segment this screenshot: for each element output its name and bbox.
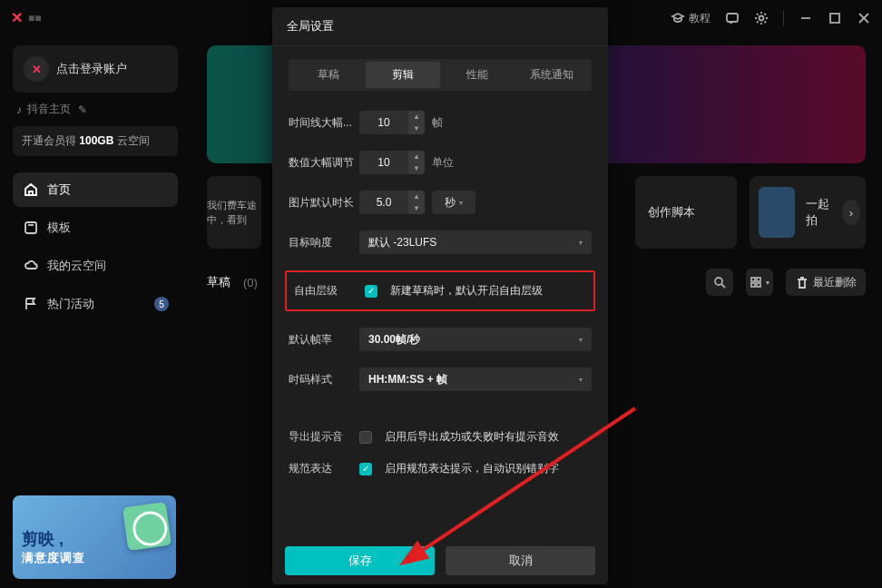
- spinner-up-icon[interactable]: ▲: [408, 111, 425, 122]
- nav-hot-label: 热门活动: [47, 296, 94, 312]
- value-jump-value: 10: [359, 156, 408, 169]
- value-jump-spinner[interactable]: 10 ▲▼: [359, 151, 425, 174]
- flag-icon: [24, 297, 38, 311]
- timecode-label: 时码样式: [289, 372, 359, 387]
- script-label: 创作脚本: [648, 204, 695, 220]
- login-box[interactable]: ✕ 点击登录账户: [13, 45, 178, 93]
- svg-rect-3: [25, 222, 36, 233]
- modal-title: 全局设置: [272, 7, 608, 46]
- value-jump-label: 数值大幅调节: [289, 155, 359, 171]
- modal-footer: 保存 取消: [272, 537, 608, 584]
- chevron-down-icon: ▾: [579, 239, 583, 247]
- tab-notify[interactable]: 系统通知: [514, 62, 589, 88]
- maximize-button[interactable]: [828, 11, 842, 25]
- script-card[interactable]: 创作脚本: [635, 176, 737, 249]
- spinner-down-icon[interactable]: ▼: [408, 162, 425, 174]
- view-toggle[interactable]: ▾: [746, 269, 773, 296]
- typo-checkbox[interactable]: ✓: [359, 463, 372, 475]
- svg-point-4: [715, 278, 722, 285]
- svg-point-1: [760, 16, 764, 21]
- grid-icon: [750, 276, 762, 289]
- svg-rect-8: [757, 283, 760, 287]
- image-duration-unit-select[interactable]: 秒▾: [432, 191, 475, 214]
- default-fps-label: 默认帧率: [289, 332, 359, 348]
- default-fps-dropdown[interactable]: 30.00帧/秒▾: [359, 328, 592, 351]
- chevron-down-icon: ▾: [579, 376, 583, 384]
- chevron-down-icon: ▾: [766, 279, 769, 287]
- svg-rect-2: [830, 14, 839, 23]
- timeline-jump-unit: 帧: [432, 115, 443, 131]
- value-jump-unit: 单位: [432, 155, 454, 171]
- close-button[interactable]: [857, 11, 871, 25]
- spinner-down-icon[interactable]: ▼: [408, 122, 425, 134]
- settings-button[interactable]: [754, 11, 769, 25]
- recent-delete-label: 最近删除: [813, 275, 857, 290]
- login-label: 点击登录账户: [56, 61, 127, 77]
- recent-delete-button[interactable]: 最近删除: [786, 269, 866, 296]
- music-note-icon: ♪: [16, 103, 22, 116]
- nav-home[interactable]: 首页: [13, 172, 178, 207]
- graduation-cap-icon: [671, 11, 685, 25]
- export-sound-checkbox[interactable]: [359, 431, 372, 444]
- timeline-jump-label: 时间线大幅...: [289, 115, 359, 131]
- template-icon: [24, 220, 38, 235]
- message-icon: [725, 11, 740, 25]
- cancel-button[interactable]: 取消: [446, 546, 595, 575]
- export-sound-label: 导出提示音: [289, 429, 359, 445]
- nav-cloud[interactable]: 我的云空间: [13, 249, 178, 283]
- tab-draft[interactable]: 草稿: [291, 62, 366, 88]
- tutorial-label: 教程: [689, 11, 710, 26]
- logo-icon: ✕: [24, 56, 49, 82]
- batch-shoot-card[interactable]: 一起拍 ›: [750, 176, 866, 249]
- typo-text: 启用规范表达提示，自动识别错别字: [385, 461, 559, 476]
- target-loudness-dropdown[interactable]: 默认 -23LUFS▾: [359, 230, 592, 254]
- trash-icon: [795, 276, 808, 289]
- freecar-card[interactable]: 我们费车途中，看到: [207, 176, 261, 249]
- nav-templates[interactable]: 模板: [13, 211, 178, 245]
- nav-hot-badge: 5: [154, 297, 169, 311]
- timeline-jump-spinner[interactable]: 10 ▲▼: [359, 111, 425, 134]
- default-fps-value: 30.00帧/秒: [368, 332, 420, 348]
- target-loudness-value: 默认 -23LUFS: [368, 235, 436, 250]
- edit-icon: ✎: [78, 103, 87, 116]
- spinner-down-icon[interactable]: ▼: [408, 202, 425, 214]
- thumbnail-icon: [759, 187, 795, 238]
- nav-home-label: 首页: [47, 181, 71, 198]
- svg-rect-6: [757, 278, 760, 281]
- timecode-dropdown[interactable]: HH:MM:SS + 帧▾: [359, 368, 592, 391]
- survey-card[interactable]: 剪映 , 满意度调查: [13, 495, 176, 579]
- row-value-jump: 数值大幅调节 10 ▲▼ 单位: [285, 151, 595, 174]
- tiktok-home-label: 抖音主页: [27, 102, 71, 117]
- spinner-up-icon[interactable]: ▲: [408, 151, 425, 162]
- highlight-free-layer: 自由层级 ✓ 新建草稿时，默认开启自由层级: [285, 270, 595, 311]
- batch-shoot-label: 一起拍: [806, 196, 831, 229]
- drafts-label: 草稿: [207, 274, 230, 290]
- chevron-right-icon[interactable]: ›: [842, 200, 860, 225]
- freecar-msg: 我们费车途中，看到: [207, 198, 261, 228]
- search-button[interactable]: [706, 269, 733, 296]
- tab-perf[interactable]: 性能: [440, 62, 514, 88]
- row-target-loudness: 目标响度 默认 -23LUFS▾: [285, 230, 595, 254]
- minimize-button[interactable]: [799, 11, 813, 25]
- timeline-jump-value: 10: [359, 116, 408, 129]
- nav-hot[interactable]: 热门活动 5: [13, 287, 178, 321]
- cloud-promo[interactable]: 开通会员得 100GB 云空间: [13, 126, 178, 156]
- svg-rect-0: [727, 14, 738, 22]
- cloud-promo-prefix: 开通会员得: [22, 134, 79, 147]
- tutorial-button[interactable]: 教程: [671, 11, 710, 26]
- row-default-fps: 默认帧率 30.00帧/秒▾: [285, 328, 595, 351]
- save-button[interactable]: 保存: [285, 546, 435, 575]
- search-icon: [712, 275, 727, 289]
- chevron-down-icon: ▾: [579, 336, 583, 344]
- free-layer-text: 新建草稿时，默认开启自由层级: [390, 283, 543, 299]
- free-layer-checkbox[interactable]: ✓: [365, 285, 377, 298]
- feedback-button[interactable]: [725, 11, 740, 25]
- row-timeline-jump: 时间线大幅... 10 ▲▼ 帧: [285, 111, 595, 134]
- svg-rect-5: [751, 278, 755, 281]
- row-image-duration: 图片默认时长 5.0 ▲▼ 秒▾: [285, 191, 595, 214]
- spinner-up-icon[interactable]: ▲: [408, 191, 425, 202]
- image-duration-spinner[interactable]: 5.0 ▲▼: [359, 191, 425, 214]
- tiktok-home-link[interactable]: ♪ 抖音主页 ✎: [13, 93, 178, 126]
- tab-edit[interactable]: 剪辑: [366, 62, 440, 88]
- divider: [783, 11, 784, 25]
